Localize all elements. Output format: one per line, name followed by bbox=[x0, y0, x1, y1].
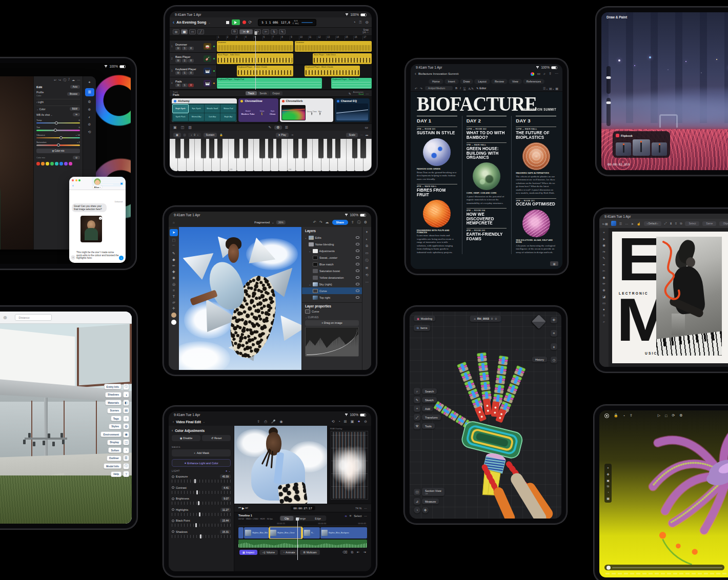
undo-icon[interactable]: ↶ bbox=[415, 87, 417, 90]
layer-row[interactable]: Noise blending bbox=[302, 241, 362, 247]
share-icon[interactable]: ⇧ bbox=[630, 413, 633, 418]
piano-black-key[interactable] bbox=[293, 139, 298, 158]
alignment-icons[interactable]: ☰⌄ ▤⌄ ▦ bbox=[543, 87, 558, 90]
reset-button[interactable]: ↺ Reset bbox=[202, 435, 231, 441]
render-canvas[interactable] bbox=[599, 410, 728, 577]
mute-button[interactable]: M bbox=[175, 84, 181, 87]
panel-button[interactable]: Model Info ⓘ bbox=[104, 463, 129, 469]
saturation-slider[interactable]: Saturation+ 2 bbox=[36, 141, 80, 146]
piano-black-key[interactable] bbox=[352, 139, 357, 158]
multicam-button[interactable]: ⊞ Multicam bbox=[300, 550, 319, 555]
history-icon[interactable]: ◔ bbox=[623, 414, 625, 418]
curves-editor[interactable] bbox=[305, 327, 359, 357]
curves-section-label[interactable]: CURVES bbox=[308, 316, 319, 319]
layer-visibility-icon[interactable] bbox=[356, 236, 359, 239]
layer-visibility-icon[interactable] bbox=[356, 250, 359, 252]
window-controls[interactable]: ◔⍰⊖ bbox=[353, 20, 369, 25]
audio-region[interactable]: Drummer bbox=[295, 41, 372, 52]
flip-icon[interactable]: ⧗ bbox=[670, 222, 672, 225]
layer-row[interactable]: Sweat...ooster bbox=[302, 254, 362, 261]
delete-icon[interactable]: ⌫ bbox=[342, 550, 347, 554]
play-surface-button[interactable]: ➤ Play bbox=[276, 133, 289, 137]
solo-button[interactable]: S bbox=[182, 59, 188, 63]
right-toolbar-icons[interactable]: ⟲◔⊞▣✦⊖ bbox=[332, 420, 367, 424]
loop-browser-icon[interactable]: ▥ bbox=[188, 126, 192, 130]
color-dot[interactable] bbox=[55, 162, 58, 165]
panel-button[interactable]: Entity Info ⓘ bbox=[104, 384, 129, 390]
layer-row[interactable]: Yellow desaturation bbox=[302, 274, 362, 281]
piano-black-key[interactable] bbox=[201, 139, 206, 158]
cycle-button[interactable]: ⟳ bbox=[249, 20, 252, 25]
pencil-icon[interactable]: ✎ bbox=[268, 126, 271, 130]
tint-slider[interactable]: Tint0 bbox=[36, 126, 80, 131]
piano-black-key[interactable] bbox=[259, 139, 265, 158]
transform-tool[interactable]: ⬚ bbox=[172, 238, 176, 242]
transform-icon[interactable]: ⤢ bbox=[664, 222, 667, 225]
solo-button[interactable]: S bbox=[182, 47, 188, 50]
info2-icon[interactable]: ⓘ bbox=[365, 258, 369, 263]
light-section-icons[interactable]: ✦ ⌄ bbox=[226, 470, 231, 472]
contact-avatar[interactable] bbox=[94, 178, 101, 185]
clone-tool[interactable]: ◎ bbox=[172, 282, 175, 286]
add-mask-button[interactable]: ＋ Add Mask bbox=[172, 449, 231, 457]
alchemy-preset[interactable]: Minimal Arp bbox=[189, 113, 204, 121]
affinity-canvas[interactable]: E M LECTRONIC USIC AV SC bbox=[609, 228, 728, 367]
editor-button[interactable]: ✎ Editor bbox=[476, 87, 486, 90]
color-wheel-icon[interactable] bbox=[531, 72, 534, 76]
home-icon[interactable]: ⌂ bbox=[474, 317, 475, 320]
play-icon[interactable]: ▶ bbox=[242, 506, 245, 510]
contact-name[interactable]: Elise › bbox=[93, 185, 102, 189]
keyboard-dismiss-icon[interactable]: ▦ bbox=[550, 261, 558, 266]
mixer-tool[interactable]: ❋ bbox=[172, 276, 175, 280]
piano-keyboard[interactable]: C2C3C4 bbox=[170, 139, 372, 171]
record-enable-button[interactable]: R bbox=[188, 59, 194, 63]
loop-icon[interactable]: ⟳ bbox=[672, 413, 675, 418]
stop-icon[interactable]: □ bbox=[665, 414, 667, 418]
ribbon-tab[interactable]: View bbox=[509, 79, 522, 84]
picker-tool[interactable]: ✛ bbox=[172, 306, 175, 310]
panel-button[interactable]: Tags ⌗ bbox=[111, 416, 129, 422]
render-scrubber[interactable] bbox=[604, 565, 724, 570]
color-dot[interactable] bbox=[41, 162, 45, 165]
measure-icon[interactable]: ⊿ bbox=[414, 498, 420, 505]
flipbook-frame[interactable] bbox=[616, 142, 631, 156]
inspector-tabs[interactable]: TrackSendsOutput bbox=[246, 91, 282, 95]
attached-photo-thumbnail[interactable] bbox=[80, 216, 102, 242]
flipbook-frame[interactable] bbox=[652, 142, 667, 156]
color-dot[interactable] bbox=[59, 162, 63, 165]
snap-value[interactable]: 1/4 bbox=[362, 31, 366, 34]
move-icon[interactable]: ✥ bbox=[606, 472, 609, 476]
crop2-tool[interactable]: ⌗ bbox=[603, 314, 605, 318]
messages-back-icon[interactable]: ‹ bbox=[72, 183, 74, 188]
piano-black-key[interactable] bbox=[335, 139, 340, 158]
record-enable-button[interactable]: R bbox=[188, 84, 194, 87]
distance-input[interactable]: Distance bbox=[15, 314, 52, 321]
piano-black-key[interactable] bbox=[234, 139, 239, 158]
arrow-icon[interactable]: ➞ bbox=[291, 133, 293, 136]
layer-visibility-icon[interactable] bbox=[356, 243, 359, 245]
panel-icon[interactable]: ⓘ bbox=[123, 384, 129, 390]
contrast-slider[interactable]: Contrast4.41 bbox=[172, 486, 231, 494]
layer-row[interactable]: ⌄Edits bbox=[302, 234, 362, 241]
animate-button[interactable]: ◔ Animate bbox=[280, 550, 298, 555]
move-tool[interactable]: ➤ bbox=[602, 237, 605, 241]
items-button[interactable]: ⧉ Items bbox=[414, 325, 430, 331]
text-style-icons[interactable]: A̶ ✎ bbox=[468, 87, 474, 90]
compose-text[interactable]: This might be the one! I made some quick… bbox=[76, 251, 119, 260]
sustain-button[interactable]: Sustain bbox=[204, 133, 217, 137]
shapes-tool[interactable]: ▱ bbox=[172, 300, 175, 304]
light-section[interactable]: Light bbox=[38, 100, 44, 103]
layer-row[interactable]: Top right bbox=[302, 294, 362, 301]
background-color-swatch[interactable] bbox=[171, 320, 176, 325]
grid-toggle-icon[interactable]: ⊞ bbox=[551, 330, 557, 337]
align-icon[interactable]: ≡ bbox=[675, 222, 677, 225]
wb-value[interactable]: As shot bbox=[41, 113, 50, 116]
mute-button[interactable]: M bbox=[175, 47, 181, 50]
knife-tool[interactable]: ✂ bbox=[602, 269, 605, 273]
video-call-icon[interactable]: ▣ bbox=[120, 181, 123, 185]
bar-ruler[interactable]: 1234567891011121314151617 bbox=[170, 36, 372, 40]
render-target-icon[interactable] bbox=[604, 413, 609, 418]
edit-tools[interactable]: ⧉✂ ✥⟳✄⇅✎ bbox=[231, 29, 286, 34]
layer-row[interactable]: Blue match bbox=[302, 261, 362, 267]
brightness-slider[interactable]: Brightness9.07 bbox=[172, 496, 231, 505]
